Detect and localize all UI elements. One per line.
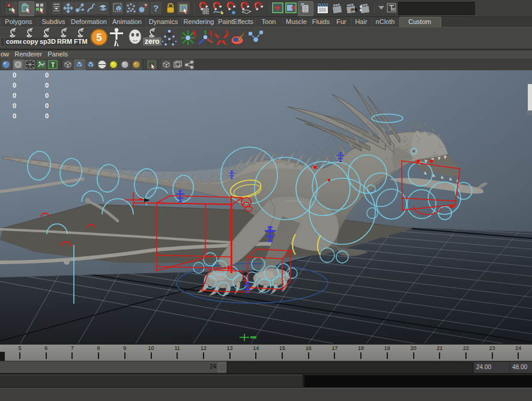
svg-text:0: 0 xyxy=(45,102,49,109)
svg-text:T: T xyxy=(51,61,55,68)
svg-text:?: ? xyxy=(153,3,159,13)
svg-text:0: 0 xyxy=(13,82,16,89)
svg-text:0: 0 xyxy=(45,92,49,99)
svg-text:0: 0 xyxy=(13,71,16,79)
svg-text:0: 0 xyxy=(45,71,49,79)
svg-text:IPR: IPR xyxy=(351,8,358,12)
svg-text:0: 0 xyxy=(13,102,16,109)
svg-text:0: 0 xyxy=(45,112,49,119)
svg-text:0: 0 xyxy=(13,92,16,99)
svg-text:5: 5 xyxy=(96,32,101,43)
svg-text:0: 0 xyxy=(45,82,49,89)
svg-text:0: 0 xyxy=(13,112,16,119)
